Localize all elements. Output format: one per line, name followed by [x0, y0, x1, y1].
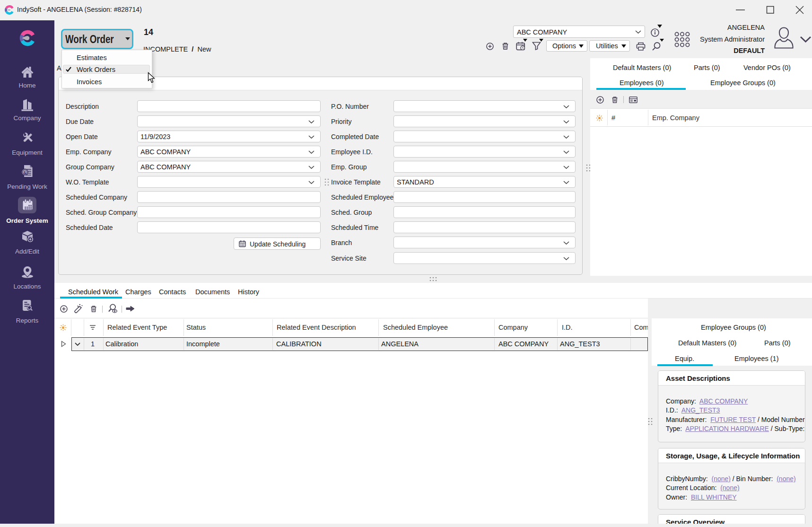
svg-text:$: $ [23, 170, 26, 175]
